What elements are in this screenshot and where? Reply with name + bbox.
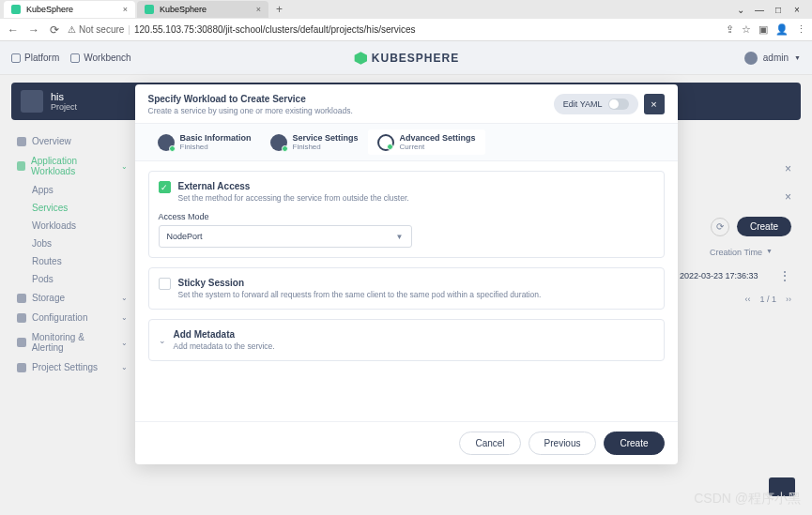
edit-yaml-toggle[interactable]: Edit YAML	[554, 94, 638, 114]
section-sticky-session: Sticky Session Set the system to forward…	[148, 267, 665, 310]
step-basic-info[interactable]: Basic Information Finished	[148, 129, 261, 155]
cancel-button[interactable]: Cancel	[459, 432, 520, 455]
chevron-down-icon: ⌄	[159, 336, 166, 345]
section-title: Add Metadata	[174, 329, 275, 340]
share-icon[interactable]: ⇪	[726, 23, 734, 36]
workbench-icon	[70, 53, 80, 63]
svg-marker-0	[354, 52, 366, 64]
security-indicator[interactable]: ⚠ Not secure	[68, 24, 124, 35]
section-desc: Set the system to forward all requests f…	[178, 290, 542, 299]
create-button[interactable]: Create	[604, 432, 664, 455]
browser-toolbar: ← → ⟳ ⚠ Not secure | 120.55.103.75:30880…	[0, 19, 812, 41]
sticky-session-checkbox[interactable]	[159, 278, 171, 290]
close-icon[interactable]: ×	[123, 5, 128, 14]
section-desc: Set the method for accessing the service…	[178, 193, 409, 203]
panel-icon[interactable]: ▣	[758, 23, 768, 36]
username[interactable]: admin	[763, 53, 789, 63]
section-add-metadata: ⌄ Add Metadata Add metadata to the servi…	[148, 319, 665, 361]
section-desc: Add metadata to the service.	[174, 341, 275, 351]
chevron-down-icon: ▼	[396, 233, 404, 241]
step-advanced-settings[interactable]: Advanced Settings Current	[368, 129, 485, 155]
access-mode-select[interactable]: NodePort ▼	[159, 225, 412, 248]
maximize-icon[interactable]: □	[773, 5, 784, 15]
warning-icon: ⚠	[68, 24, 76, 35]
section-external-access: ✓ External Access Set the method for acc…	[148, 171, 665, 258]
favicon-icon	[11, 5, 21, 14]
address-bar[interactable]: ⚠ Not secure | 120.55.103.75:30880/jit-s…	[68, 24, 720, 35]
step-service-settings[interactable]: Service Settings Finished	[261, 129, 368, 155]
back-button[interactable]: ←	[6, 23, 21, 37]
profile-icon[interactable]: 👤	[775, 23, 789, 36]
minimize-icon[interactable]: —	[754, 5, 765, 15]
section-title: Sticky Session	[178, 278, 542, 288]
menu-icon[interactable]: ⋮	[796, 23, 806, 36]
toggle-icon	[608, 98, 629, 110]
step-icon	[158, 134, 175, 151]
modal-title: Specify Workload to Create Service	[148, 94, 353, 104]
user-avatar-icon[interactable]	[744, 52, 758, 65]
watermark: CSDN @程序小黑	[694, 491, 801, 507]
workbench-menu[interactable]: Workbench	[70, 53, 130, 63]
browser-tab-1[interactable]: KubeSphere ×	[4, 1, 135, 18]
create-service-modal: Specify Workload to Create Service Creat…	[135, 84, 678, 464]
chevron-down-icon[interactable]: ⌄	[735, 5, 746, 15]
tab-title: KubeSphere	[160, 5, 207, 14]
chevron-down-icon[interactable]: ▼	[794, 54, 801, 61]
window-controls: ⌄ — □ ×	[735, 5, 808, 15]
app-header: Platform Workbench KUBESPHERE admin ▼	[0, 41, 812, 75]
logo[interactable]: KUBESPHERE	[353, 51, 459, 66]
close-icon[interactable]: ×	[256, 5, 261, 14]
tab-title: KubeSphere	[26, 5, 73, 14]
step-icon	[270, 134, 287, 151]
previous-button[interactable]: Previous	[529, 432, 597, 455]
field-label-access-mode: Access Mode	[159, 212, 654, 221]
wizard-steps: Basic Information Finished Service Setti…	[135, 123, 678, 161]
close-modal-button[interactable]: ×	[644, 94, 665, 114]
star-icon[interactable]: ☆	[742, 23, 751, 36]
new-tab-button[interactable]: +	[270, 3, 288, 16]
close-icon[interactable]: ×	[791, 5, 803, 15]
select-value: NodePort	[167, 232, 203, 241]
browser-tab-2[interactable]: KubeSphere ×	[137, 1, 268, 18]
reload-button[interactable]: ⟳	[47, 23, 62, 37]
add-metadata-expand[interactable]: ⌄ Add Metadata Add metadata to the servi…	[159, 329, 654, 351]
step-icon	[377, 134, 394, 151]
kubesphere-icon	[353, 51, 368, 66]
favicon-icon	[145, 5, 154, 14]
external-access-checkbox[interactable]: ✓	[159, 181, 171, 193]
modal-overlay: Specify Workload to Create Service Creat…	[0, 75, 812, 515]
forward-button[interactable]: →	[26, 23, 41, 37]
url-text: 120.55.103.75:30880/jit-school/clusters/…	[134, 24, 416, 35]
section-title: External Access	[178, 181, 409, 191]
platform-menu[interactable]: Platform	[11, 53, 59, 63]
browser-tab-strip: KubeSphere × KubeSphere × + ⌄ — □ ×	[0, 0, 812, 19]
modal-subtitle: Create a service by using one or more ex…	[148, 106, 353, 115]
grid-icon	[11, 53, 21, 63]
